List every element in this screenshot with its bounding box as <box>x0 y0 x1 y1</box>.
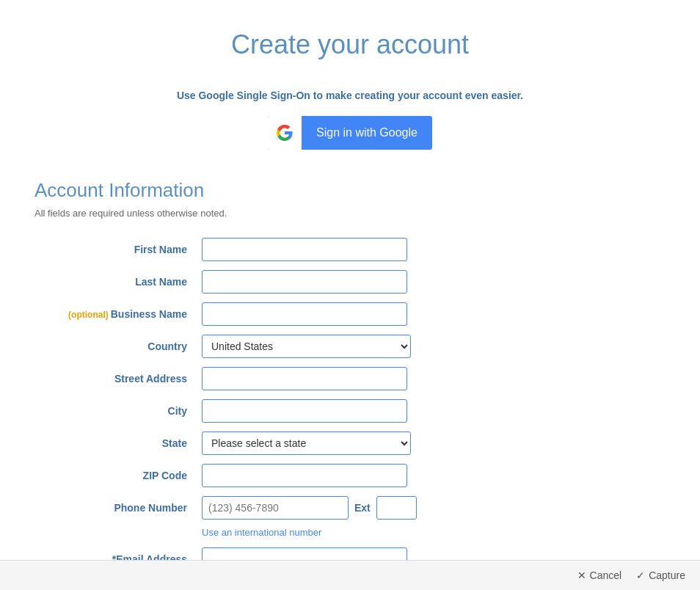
street-address-row: Street Address <box>34 363 666 395</box>
last-name-row: Last Name <box>34 266 666 298</box>
intl-link-row: Use an international number <box>34 524 666 543</box>
cancel-button[interactable]: ✕ Cancel <box>577 569 622 581</box>
ext-label: Ext <box>354 502 371 514</box>
phone-input[interactable] <box>202 496 349 520</box>
capture-check-icon: ✓ <box>636 569 645 581</box>
google-icon <box>268 116 302 150</box>
required-note: All fields are required unless otherwise… <box>34 208 666 219</box>
cancel-label: Cancel <box>590 569 622 581</box>
sso-section: Use Google Single Sign-On to make creati… <box>34 90 666 150</box>
city-label: City <box>168 405 187 417</box>
phone-number-row: Phone Number Ext <box>34 492 666 524</box>
sign-in-google-button[interactable]: Sign in with Google <box>268 116 432 150</box>
ext-input[interactable] <box>376 496 417 520</box>
state-row: State Please select a state Alabama Alas… <box>34 427 666 459</box>
sso-subtitle: Use Google Single Sign-On to make creati… <box>34 90 666 101</box>
zip-code-label: ZIP Code <box>143 470 187 481</box>
first-name-label: First Name <box>134 244 187 255</box>
last-name-input[interactable] <box>202 270 407 294</box>
first-name-row: First Name <box>34 233 666 266</box>
account-form: First Name Last Name <box>34 233 666 590</box>
city-row: City <box>34 395 666 427</box>
international-number-link[interactable]: Use an international number <box>202 527 321 538</box>
business-name-row: (optional)Business Name <box>34 298 666 330</box>
zip-code-input[interactable] <box>202 464 407 487</box>
business-name-label: Business Name <box>111 308 187 320</box>
account-information-section: Account Information All fields are requi… <box>34 179 666 590</box>
cancel-x-icon: ✕ <box>577 569 586 581</box>
business-name-input[interactable] <box>202 302 407 326</box>
city-input[interactable] <box>202 399 407 423</box>
street-address-input[interactable] <box>202 367 407 390</box>
country-row: Country United States Canada United King… <box>34 330 666 363</box>
optional-label: (optional) <box>68 310 109 320</box>
state-label: State <box>162 437 187 449</box>
first-name-input[interactable] <box>202 238 407 261</box>
phone-number-label: Phone Number <box>114 502 187 514</box>
capture-button[interactable]: ✓ Capture <box>636 569 685 581</box>
account-section-title: Account Information <box>34 179 666 202</box>
state-select[interactable]: Please select a state Alabama Alaska Ari… <box>202 431 411 455</box>
capture-label: Capture <box>649 569 685 581</box>
last-name-label: Last Name <box>135 276 187 288</box>
street-address-label: Street Address <box>114 373 187 385</box>
country-select[interactable]: United States Canada United Kingdom Aust… <box>202 335 411 358</box>
zip-code-row: ZIP Code <box>34 459 666 492</box>
country-label: Country <box>147 340 187 352</box>
page-title: Create your account <box>34 29 666 60</box>
phone-row: Ext <box>202 496 660 520</box>
bottom-bar: ✕ Cancel ✓ Capture <box>0 560 700 590</box>
google-button-label: Sign in with Google <box>302 126 432 139</box>
